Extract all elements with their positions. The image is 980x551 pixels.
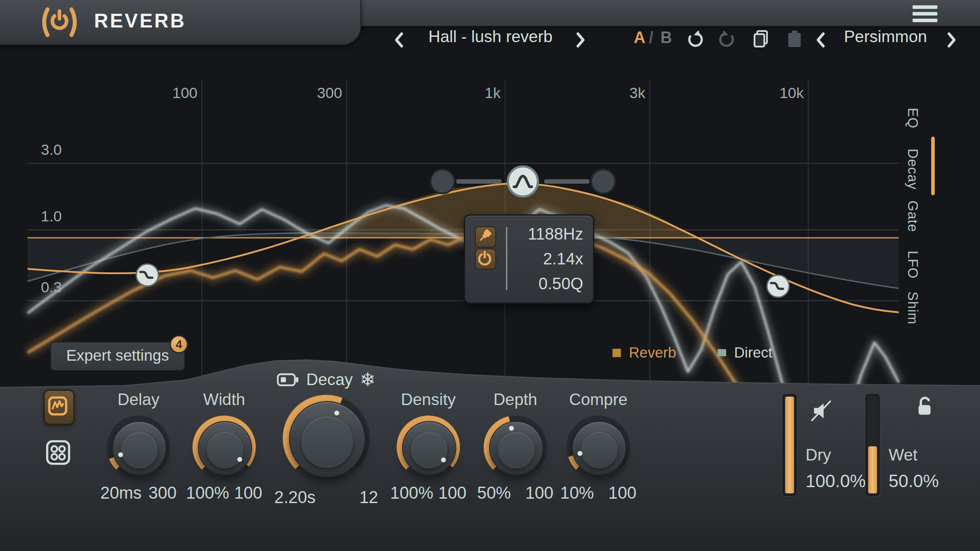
wet-label: Wet — [889, 446, 917, 464]
preset-next-button[interactable] — [573, 31, 587, 49]
knob-value: 100% — [186, 484, 229, 503]
q-handle-right[interactable] — [591, 169, 615, 193]
dry-fader[interactable] — [782, 394, 797, 496]
variation-prev-button[interactable] — [814, 31, 828, 49]
knob-value-2: 100 — [609, 484, 636, 503]
decay-knob[interactable] — [277, 390, 375, 487]
pin-icon — [476, 227, 494, 245]
knob-value: 10% — [560, 484, 594, 503]
expert-settings-button[interactable]: Expert settings — [50, 342, 185, 371]
tooltip-divider — [506, 227, 507, 290]
dry-value: 100.0% — [806, 471, 866, 491]
knob-value: 2.20s — [274, 488, 316, 507]
width-knob[interactable] — [189, 412, 260, 483]
legend-reverb-label: Reverb — [629, 344, 676, 361]
pin-button[interactable] — [475, 226, 496, 248]
power-icon — [476, 249, 494, 267]
knob-label: Density — [401, 390, 455, 412]
knob-value: 50% — [477, 484, 511, 503]
plugin-window: 100 300 1k 3k 10k 3.0 1.0 0.3 EQ Decay G… — [0, 0, 980, 551]
knob-value-2: 12 — [360, 488, 378, 507]
mute-icon[interactable] — [808, 398, 834, 424]
tab-lfo[interactable]: LFO — [905, 251, 921, 279]
decay-section-header: Decay ❄ — [266, 369, 386, 390]
ab-compare-a[interactable]: A — [634, 28, 645, 47]
reverb-swatch — [612, 349, 621, 357]
lock-icon[interactable] — [913, 395, 936, 418]
depth-knob-group: Depth 50% 100 — [475, 390, 555, 503]
dry-label: Dry — [806, 446, 831, 464]
q-handle-bar-right — [544, 179, 589, 184]
variation-next-button[interactable] — [944, 31, 958, 49]
knob-value-2: 300 — [149, 484, 177, 503]
expert-settings-badge: 4 — [170, 335, 188, 354]
battery-icon[interactable] — [277, 373, 299, 387]
density-knob[interactable] — [393, 412, 464, 483]
wet-fader-fill — [868, 446, 877, 493]
width-knob-group: Width 100% 100 — [184, 390, 264, 503]
preset-prev-button[interactable] — [393, 31, 406, 49]
preset-name[interactable]: Hall - lush reverb — [417, 28, 564, 46]
graph-mode-button[interactable] — [43, 390, 75, 425]
gain-label-1: 1.0 — [41, 208, 81, 225]
dots-grid-icon — [45, 439, 71, 466]
delay-knob[interactable] — [103, 412, 174, 483]
copy-button[interactable] — [751, 28, 772, 50]
legend-reverb[interactable]: Reverb — [612, 344, 676, 361]
knob-value-2: 100 — [439, 484, 466, 503]
freq-label-3k: 3k — [588, 84, 645, 102]
q-handle-left[interactable] — [431, 169, 454, 193]
wet-fader[interactable] — [865, 394, 880, 496]
high-shelf-node[interactable] — [767, 275, 789, 297]
tab-gate[interactable]: Gate — [905, 201, 921, 232]
decay-knob-group: 2.20s 12 — [273, 390, 379, 507]
freq-label-300: 300 — [285, 84, 342, 102]
waveform-icon — [45, 391, 71, 421]
freeze-icon[interactable]: ❄ — [360, 369, 375, 390]
freq-label-1k: 1k — [443, 84, 501, 102]
density-knob-group: Density 100% 100 — [388, 390, 468, 503]
freq-label-100: 100 — [140, 84, 198, 102]
decay-section-label: Decay — [306, 370, 353, 389]
menu-button[interactable] — [913, 5, 937, 23]
knob-value: 100% — [390, 484, 433, 503]
legend-direct[interactable]: Direct — [718, 344, 772, 361]
knob-label: Depth — [494, 390, 537, 412]
dry-fader-fill — [785, 397, 794, 493]
band-gain-value: 2.14x — [511, 247, 583, 272]
wet-value: 50.0% — [889, 471, 939, 491]
tab-eq[interactable]: EQ — [905, 108, 921, 129]
variation-name[interactable]: Persimmon — [834, 28, 937, 46]
knob-value: 20ms — [100, 484, 142, 503]
app-logo-icon — [41, 6, 78, 38]
knob-label: Width — [203, 390, 245, 412]
gain-label-3: 3.0 — [41, 141, 81, 158]
knob-value-2: 100 — [234, 484, 262, 503]
direct-swatch — [718, 349, 726, 356]
undo-button[interactable] — [684, 28, 705, 50]
matrix-mode-button[interactable] — [45, 439, 71, 466]
redo-button[interactable] — [717, 28, 739, 50]
band-q-value: 0.50Q — [511, 272, 583, 296]
gain-label-03: 0.3 — [41, 279, 81, 296]
band-tooltip: 1188Hz 2.14x 0.50Q — [464, 214, 594, 304]
tab-decay[interactable]: Decay — [905, 149, 921, 190]
tab-shim[interactable]: Shim — [905, 291, 921, 325]
band-power-button[interactable] — [475, 248, 496, 270]
bell-node[interactable] — [508, 166, 538, 197]
compress-knob-group: Compre 10% 100 — [558, 390, 638, 503]
paste-button[interactable] — [784, 28, 805, 50]
compress-knob[interactable] — [563, 412, 634, 483]
band-frequency-value: 1188Hz — [511, 222, 583, 247]
eq-display[interactable] — [0, 0, 980, 390]
ab-compare-b[interactable]: B — [660, 28, 672, 47]
low-shelf-node[interactable] — [136, 264, 158, 286]
knob-value-2: 100 — [526, 484, 553, 503]
knob-label: Compre — [569, 390, 628, 412]
legend-direct-label: Direct — [734, 344, 772, 361]
depth-knob[interactable] — [480, 412, 551, 483]
q-handle-bar-left — [456, 179, 502, 184]
freq-label-10k: 10k — [746, 84, 804, 102]
delay-knob-group: Delay 20ms 300 — [99, 390, 178, 503]
active-tab-indicator — [931, 137, 935, 195]
